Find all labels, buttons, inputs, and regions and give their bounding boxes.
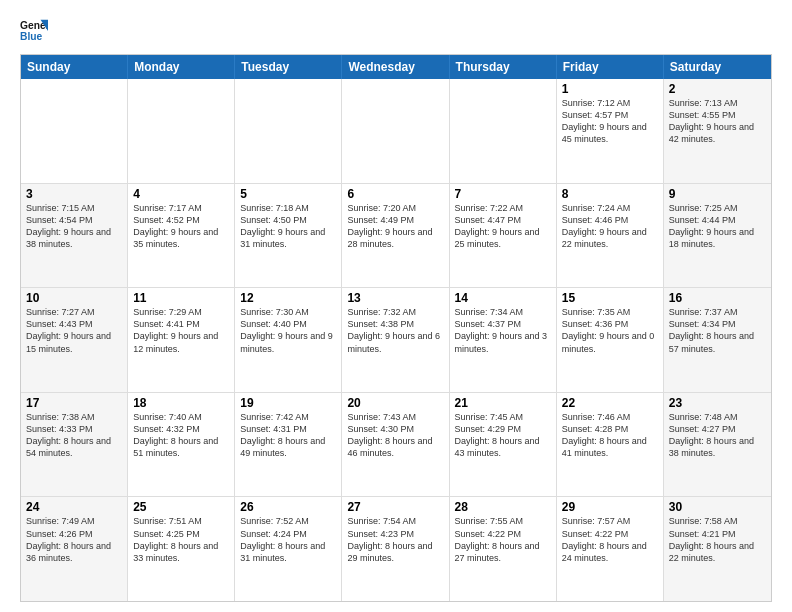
day-cell-5: 5Sunrise: 7:18 AM Sunset: 4:50 PM Daylig… [235,184,342,288]
cell-info: Sunrise: 7:45 AM Sunset: 4:29 PM Dayligh… [455,411,551,460]
cell-info: Sunrise: 7:27 AM Sunset: 4:43 PM Dayligh… [26,306,122,355]
day-number: 17 [26,396,122,410]
calendar-week-2: 3Sunrise: 7:15 AM Sunset: 4:54 PM Daylig… [21,183,771,288]
day-number: 29 [562,500,658,514]
cell-info: Sunrise: 7:42 AM Sunset: 4:31 PM Dayligh… [240,411,336,460]
calendar-header: SundayMondayTuesdayWednesdayThursdayFrid… [21,55,771,79]
day-number: 6 [347,187,443,201]
day-number: 21 [455,396,551,410]
empty-cell [450,79,557,183]
cell-info: Sunrise: 7:55 AM Sunset: 4:22 PM Dayligh… [455,515,551,564]
empty-cell [128,79,235,183]
cell-info: Sunrise: 7:35 AM Sunset: 4:36 PM Dayligh… [562,306,658,355]
calendar-week-3: 10Sunrise: 7:27 AM Sunset: 4:43 PM Dayli… [21,287,771,392]
day-cell-4: 4Sunrise: 7:17 AM Sunset: 4:52 PM Daylig… [128,184,235,288]
day-cell-9: 9Sunrise: 7:25 AM Sunset: 4:44 PM Daylig… [664,184,771,288]
day-of-week-thursday: Thursday [450,55,557,79]
calendar-week-5: 24Sunrise: 7:49 AM Sunset: 4:26 PM Dayli… [21,496,771,601]
page-header: General Blue [20,16,772,44]
day-cell-15: 15Sunrise: 7:35 AM Sunset: 4:36 PM Dayli… [557,288,664,392]
day-number: 25 [133,500,229,514]
day-number: 1 [562,82,658,96]
calendar: SundayMondayTuesdayWednesdayThursdayFrid… [20,54,772,602]
day-cell-22: 22Sunrise: 7:46 AM Sunset: 4:28 PM Dayli… [557,393,664,497]
cell-info: Sunrise: 7:18 AM Sunset: 4:50 PM Dayligh… [240,202,336,251]
day-number: 16 [669,291,766,305]
day-number: 14 [455,291,551,305]
day-cell-26: 26Sunrise: 7:52 AM Sunset: 4:24 PM Dayli… [235,497,342,601]
day-number: 5 [240,187,336,201]
day-cell-30: 30Sunrise: 7:58 AM Sunset: 4:21 PM Dayli… [664,497,771,601]
cell-info: Sunrise: 7:30 AM Sunset: 4:40 PM Dayligh… [240,306,336,355]
day-cell-11: 11Sunrise: 7:29 AM Sunset: 4:41 PM Dayli… [128,288,235,392]
cell-info: Sunrise: 7:38 AM Sunset: 4:33 PM Dayligh… [26,411,122,460]
day-cell-25: 25Sunrise: 7:51 AM Sunset: 4:25 PM Dayli… [128,497,235,601]
day-of-week-sunday: Sunday [21,55,128,79]
day-number: 24 [26,500,122,514]
day-number: 7 [455,187,551,201]
day-cell-2: 2Sunrise: 7:13 AM Sunset: 4:55 PM Daylig… [664,79,771,183]
cell-info: Sunrise: 7:57 AM Sunset: 4:22 PM Dayligh… [562,515,658,564]
day-cell-23: 23Sunrise: 7:48 AM Sunset: 4:27 PM Dayli… [664,393,771,497]
day-cell-19: 19Sunrise: 7:42 AM Sunset: 4:31 PM Dayli… [235,393,342,497]
day-number: 3 [26,187,122,201]
cell-info: Sunrise: 7:13 AM Sunset: 4:55 PM Dayligh… [669,97,766,146]
day-number: 2 [669,82,766,96]
day-cell-12: 12Sunrise: 7:30 AM Sunset: 4:40 PM Dayli… [235,288,342,392]
cell-info: Sunrise: 7:34 AM Sunset: 4:37 PM Dayligh… [455,306,551,355]
day-of-week-wednesday: Wednesday [342,55,449,79]
day-number: 27 [347,500,443,514]
empty-cell [235,79,342,183]
day-cell-28: 28Sunrise: 7:55 AM Sunset: 4:22 PM Dayli… [450,497,557,601]
cell-info: Sunrise: 7:52 AM Sunset: 4:24 PM Dayligh… [240,515,336,564]
day-of-week-saturday: Saturday [664,55,771,79]
cell-info: Sunrise: 7:48 AM Sunset: 4:27 PM Dayligh… [669,411,766,460]
day-number: 20 [347,396,443,410]
day-of-week-friday: Friday [557,55,664,79]
day-number: 18 [133,396,229,410]
day-cell-3: 3Sunrise: 7:15 AM Sunset: 4:54 PM Daylig… [21,184,128,288]
day-number: 4 [133,187,229,201]
day-cell-29: 29Sunrise: 7:57 AM Sunset: 4:22 PM Dayli… [557,497,664,601]
day-cell-24: 24Sunrise: 7:49 AM Sunset: 4:26 PM Dayli… [21,497,128,601]
day-number: 15 [562,291,658,305]
empty-cell [21,79,128,183]
day-cell-1: 1Sunrise: 7:12 AM Sunset: 4:57 PM Daylig… [557,79,664,183]
calendar-week-1: 1Sunrise: 7:12 AM Sunset: 4:57 PM Daylig… [21,79,771,183]
cell-info: Sunrise: 7:40 AM Sunset: 4:32 PM Dayligh… [133,411,229,460]
cell-info: Sunrise: 7:43 AM Sunset: 4:30 PM Dayligh… [347,411,443,460]
day-number: 13 [347,291,443,305]
day-number: 22 [562,396,658,410]
day-number: 23 [669,396,766,410]
calendar-body: 1Sunrise: 7:12 AM Sunset: 4:57 PM Daylig… [21,79,771,601]
cell-info: Sunrise: 7:17 AM Sunset: 4:52 PM Dayligh… [133,202,229,251]
empty-cell [342,79,449,183]
cell-info: Sunrise: 7:12 AM Sunset: 4:57 PM Dayligh… [562,97,658,146]
day-number: 26 [240,500,336,514]
logo: General Blue [20,16,50,44]
day-cell-21: 21Sunrise: 7:45 AM Sunset: 4:29 PM Dayli… [450,393,557,497]
cell-info: Sunrise: 7:20 AM Sunset: 4:49 PM Dayligh… [347,202,443,251]
day-cell-8: 8Sunrise: 7:24 AM Sunset: 4:46 PM Daylig… [557,184,664,288]
cell-info: Sunrise: 7:51 AM Sunset: 4:25 PM Dayligh… [133,515,229,564]
day-number: 19 [240,396,336,410]
day-cell-13: 13Sunrise: 7:32 AM Sunset: 4:38 PM Dayli… [342,288,449,392]
logo-icon: General Blue [20,16,48,44]
day-number: 9 [669,187,766,201]
day-number: 11 [133,291,229,305]
calendar-page: General Blue SundayMondayTuesdayWednesda… [0,0,792,612]
day-cell-16: 16Sunrise: 7:37 AM Sunset: 4:34 PM Dayli… [664,288,771,392]
day-cell-10: 10Sunrise: 7:27 AM Sunset: 4:43 PM Dayli… [21,288,128,392]
day-of-week-tuesday: Tuesday [235,55,342,79]
cell-info: Sunrise: 7:37 AM Sunset: 4:34 PM Dayligh… [669,306,766,355]
cell-info: Sunrise: 7:54 AM Sunset: 4:23 PM Dayligh… [347,515,443,564]
svg-text:Blue: Blue [20,31,43,42]
day-cell-17: 17Sunrise: 7:38 AM Sunset: 4:33 PM Dayli… [21,393,128,497]
cell-info: Sunrise: 7:24 AM Sunset: 4:46 PM Dayligh… [562,202,658,251]
cell-info: Sunrise: 7:32 AM Sunset: 4:38 PM Dayligh… [347,306,443,355]
day-cell-18: 18Sunrise: 7:40 AM Sunset: 4:32 PM Dayli… [128,393,235,497]
cell-info: Sunrise: 7:15 AM Sunset: 4:54 PM Dayligh… [26,202,122,251]
day-of-week-monday: Monday [128,55,235,79]
day-number: 10 [26,291,122,305]
day-cell-14: 14Sunrise: 7:34 AM Sunset: 4:37 PM Dayli… [450,288,557,392]
